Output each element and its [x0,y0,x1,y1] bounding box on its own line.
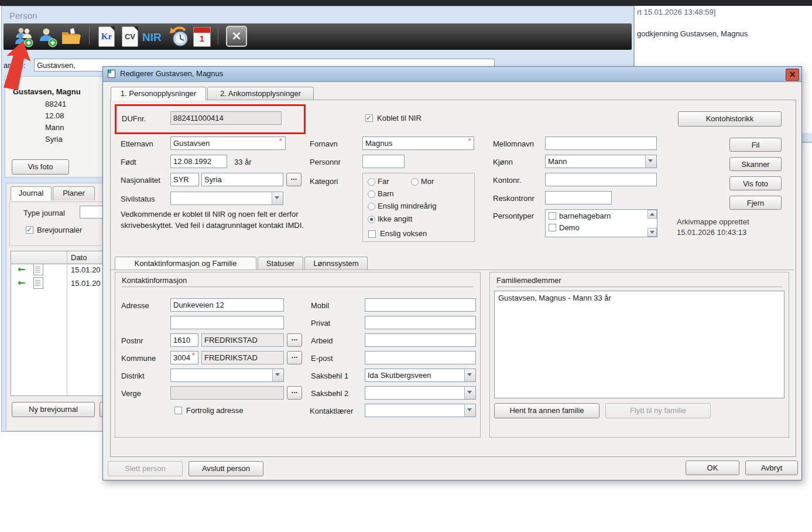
chevron-down-icon [645,155,656,168]
tab-personopplysninger[interactable]: 1. Personopplysninger [111,87,206,100]
close-toolbar-icon[interactable]: × [226,26,247,47]
dialog-form-icon [108,70,115,78]
skanner-button[interactable]: Skanner [729,157,782,171]
summary-birthdate: 12.08 [45,111,64,120]
tab-statuser[interactable]: Statuser [258,257,303,270]
kontaktlaerer-dropdown[interactable] [365,404,476,417]
persontype-checkbox-demo[interactable] [549,224,556,231]
nir-note-line2: skrivebeskyttet. Ved feil i datagrunnlag… [121,221,304,230]
edit-person-dialog: Redigerer Gustavsen, Magnus 1. Personopp… [102,66,802,480]
radio-mor-label: Mor [421,177,434,186]
nir-note-line1: Vedkommende er koblet til NIR og noen fe… [121,210,299,219]
ny-brevjournal-button[interactable]: Ny brevjournal [12,402,95,417]
add-person-icon[interactable] [37,26,59,48]
adresse2-input[interactable] [170,316,284,329]
tab-journal[interactable]: Journal [11,186,52,200]
radio-ikke-angitt[interactable] [368,216,375,223]
fornavn-input[interactable]: Magnus [362,137,474,150]
sivilstatus-dropdown[interactable] [170,192,283,205]
nasjonalitet-name-input[interactable]: Syria [201,173,283,186]
tab-kontaktinformasjon-og-familie[interactable]: Kontaktinformasjon og Familie [115,257,256,270]
mobil-input[interactable] [365,298,476,312]
mellomnavn-input[interactable] [545,137,657,150]
arbeid-input[interactable] [365,333,476,347]
hent-fra-annen-familie-button[interactable]: Hent fra annen familie [494,403,599,418]
kommune-city-input[interactable]: FREDRIKSTAD [201,351,284,364]
kjonn-dropdown[interactable]: Mann [545,155,657,168]
saksbehl1-dropdown[interactable]: Ida Skutbergsveen [365,369,476,382]
slett-person-button[interactable]: Slett person [108,461,183,476]
chevron-down-icon [272,369,283,381]
cv-document-icon[interactable]: CV [122,26,138,47]
radio-barn[interactable] [368,190,375,198]
journal-doc-icon [33,264,43,275]
distrikt-dropdown[interactable] [170,369,284,382]
fil-button[interactable]: Fil [729,138,782,152]
dialog-close-button[interactable] [786,69,799,81]
koblet-til-nir-checkbox[interactable] [365,114,373,122]
age-text: 33 år [234,158,252,166]
persontype-label-barnehagebarn: barnehagebarn [559,212,611,220]
reskontronr-input[interactable] [545,191,612,204]
avbryt-button[interactable]: Avbryt [745,461,798,475]
tab-planer[interactable]: Planer [53,186,95,200]
tab-lonnssystem[interactable]: Lønnssystem [304,257,368,270]
fjern-button[interactable]: Fjern [729,196,782,210]
avslutt-person-button[interactable]: Avslutt person [189,461,263,476]
incoming-arrow-icon [18,265,25,274]
nasjonalitet-lookup-button[interactable]: ... [286,173,301,186]
vis-foto-button-main[interactable]: Vis foto [12,159,69,175]
scroll-down-button[interactable] [647,228,657,237]
etternavn-input[interactable]: Gustavsen [170,137,286,150]
mellomnavn-label: Mellomnavn [493,139,534,148]
saksbehl2-dropdown[interactable] [365,386,476,400]
postnr-lookup-button[interactable]: ... [287,333,302,347]
personnr-input[interactable] [362,155,405,168]
enslig-voksen-checkbox[interactable] [368,230,376,238]
family-member-item[interactable]: Gustavsen, Magnus - Mann 33 år [498,294,611,302]
radio-far[interactable] [368,178,375,186]
familiemedlemmer-listbox[interactable] [494,291,784,398]
nir-icon[interactable]: NIR [142,31,162,44]
flytt-til-ny-familie-button[interactable]: Flytt til ny familie [605,403,711,418]
radio-barn-label: Barn [378,189,393,198]
vis-foto-button[interactable]: Vis foto [729,176,782,190]
dialog-titlebar[interactable]: Redigerer Gustavsen, Magnus [103,67,801,82]
journal-row-date[interactable]: 15.01.20 [71,279,101,288]
kontohistorikk-button[interactable]: Kontohistorikk [678,111,782,127]
adresse-input[interactable]: Dunkeveien 12 [170,298,284,312]
calendar-icon[interactable]: 1 [193,27,211,47]
ok-button[interactable]: OK [686,461,739,475]
radio-enslig-mindrearig[interactable] [368,203,375,210]
persontype-checkbox-barnehagebarn[interactable] [549,212,556,220]
kommune-lookup-button[interactable]: ... [287,351,302,364]
kontonr-input[interactable] [545,173,657,186]
fold-corner [133,26,138,31]
brevjournaler-checkbox[interactable] [26,226,33,234]
history-clock-icon[interactable] [167,25,191,48]
tab-ankomstopplysninger[interactable]: 2. Ankomstopplysninger [207,87,314,100]
kr-document-icon[interactable]: Kr [98,26,115,47]
summary-dufnr: 88241 [45,100,66,108]
epost-input[interactable] [365,351,476,364]
chevron-down-icon [464,404,475,417]
verge-input[interactable] [170,386,284,400]
fortrolig-adresse-label: Fortrolig adresse [186,406,244,415]
postnr-city-input[interactable]: FREDRIKSTAD [201,333,284,347]
nasjonalitet-code-input[interactable]: SYR [170,173,199,186]
radio-mor[interactable] [411,178,419,186]
verge-lookup-button[interactable]: ... [287,386,302,400]
journal-row-date[interactable]: 15.01.20 [71,265,101,274]
fodt-input[interactable]: 12.08.1992 [170,155,227,168]
person-window-title: Person [9,11,37,21]
saksbehl1-label: Saksbehl 1 [311,371,348,380]
postnr-code-input[interactable]: 1610 [170,333,198,347]
type-journal-label: Type journal [23,209,65,217]
fortrolig-adresse-checkbox[interactable] [174,407,182,414]
open-folder-icon[interactable] [61,28,82,46]
scroll-up-button[interactable] [647,210,657,219]
privat-input[interactable] [365,316,476,329]
fold-corner [110,26,115,31]
reskontronr-label: Reskontronr [493,194,535,203]
chevron-down-icon [272,192,283,204]
